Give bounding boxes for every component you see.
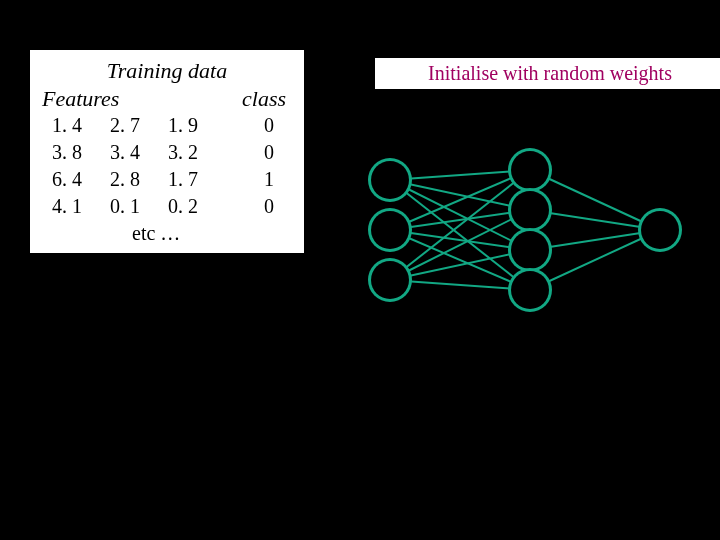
- class-header: class: [192, 86, 292, 112]
- cell: 0. 1: [100, 193, 158, 220]
- svg-point-15: [641, 211, 679, 249]
- cell: 1. 9: [158, 112, 216, 139]
- input-node: [368, 158, 412, 202]
- output-node: [638, 208, 682, 252]
- svg-point-5: [371, 261, 409, 299]
- cell: 3. 4: [100, 139, 158, 166]
- cell: 3. 2: [158, 139, 216, 166]
- network-diagram: [340, 130, 710, 330]
- etc-label: etc …: [42, 222, 292, 245]
- stage: Training data Features class 1. 4 2. 7 1…: [0, 0, 720, 540]
- svg-point-9: [511, 191, 549, 229]
- features-header: Features: [42, 86, 192, 112]
- table-row: 4. 1 0. 1 0. 2 0: [42, 193, 292, 220]
- svg-point-11: [511, 231, 549, 269]
- hidden-node: [508, 148, 552, 192]
- panel-headers: Features class: [42, 86, 292, 112]
- hidden-node: [508, 188, 552, 232]
- caption-bar: Initialise with random weights: [375, 58, 720, 89]
- svg-point-3: [371, 211, 409, 249]
- svg-point-1: [371, 161, 409, 199]
- cell-class: 0: [216, 139, 292, 166]
- network-svg: [340, 130, 710, 330]
- training-data-panel: Training data Features class 1. 4 2. 7 1…: [30, 50, 304, 253]
- cell: 4. 1: [42, 193, 100, 220]
- table-row: 6. 4 2. 8 1. 7 1: [42, 166, 292, 193]
- cell-class: 0: [216, 193, 292, 220]
- cell: 2. 7: [100, 112, 158, 139]
- hidden-node: [508, 228, 552, 272]
- cell: 1. 7: [158, 166, 216, 193]
- panel-title: Training data: [42, 58, 292, 84]
- svg-point-13: [511, 271, 549, 309]
- cell: 3. 8: [42, 139, 100, 166]
- input-node: [368, 208, 412, 252]
- hidden-node: [508, 268, 552, 312]
- cell: 6. 4: [42, 166, 100, 193]
- table-row: 3. 8 3. 4 3. 2 0: [42, 139, 292, 166]
- cell-class: 0: [216, 112, 292, 139]
- cell-class: 1: [216, 166, 292, 193]
- data-rows: 1. 4 2. 7 1. 9 0 3. 8 3. 4 3. 2 0 6. 4 2…: [42, 112, 292, 220]
- svg-point-7: [511, 151, 549, 189]
- cell: 1. 4: [42, 112, 100, 139]
- input-node: [368, 258, 412, 302]
- cell: 0. 2: [158, 193, 216, 220]
- table-row: 1. 4 2. 7 1. 9 0: [42, 112, 292, 139]
- cell: 2. 8: [100, 166, 158, 193]
